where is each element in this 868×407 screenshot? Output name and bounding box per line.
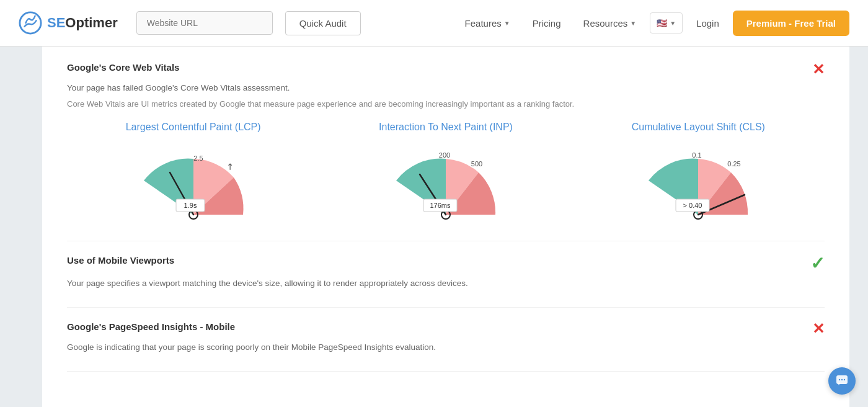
cls-gauge: Cumulative Layout Shift (CLS) 0.1 xyxy=(605,122,791,227)
gauges-row: Largest Contentful Paint (LCP) 2.5 xyxy=(67,122,825,227)
main-nav: Features ▼ Pricing Resources ▼ 🇺🇸 ▼ Logi… xyxy=(456,11,849,36)
chat-button[interactable] xyxy=(828,367,856,395)
svg-text:500: 500 xyxy=(471,160,482,168)
chat-icon xyxy=(835,374,849,388)
main-content: Google's Core Web Vitals ✕ Your page has… xyxy=(42,47,849,407)
section-title-cwv: Google's Core Web Vitals xyxy=(67,62,179,73)
svg-text:0.25: 0.25 xyxy=(728,160,741,168)
ps-description: Google is indicating that your page is s… xyxy=(67,341,825,354)
svg-point-21 xyxy=(841,379,843,380)
login-button[interactable]: Login xyxy=(688,13,728,34)
inp-gauge: Interaction To Next Paint (INP) 200 xyxy=(353,122,539,227)
svg-point-0 xyxy=(20,12,41,34)
page-layout: Google's Core Web Vitals ✕ Your page has… xyxy=(0,47,868,407)
quick-audit-button[interactable]: Quick Audit xyxy=(285,11,361,35)
mv-description: Your page specifies a viewport matching … xyxy=(67,277,825,290)
nav-pricing[interactable]: Pricing xyxy=(524,13,570,34)
section-title-mv: Use of Mobile Viewports xyxy=(67,255,174,266)
section-header: Google's Core Web Vitals ✕ xyxy=(67,62,825,77)
header: SEOptimer Quick Audit Features ▼ Pricing… xyxy=(0,0,868,47)
ps-status-fail-icon: ✕ xyxy=(812,321,825,336)
svg-point-22 xyxy=(844,379,845,380)
flag-dropdown-arrow: ▼ xyxy=(670,20,676,27)
cls-title: Cumulative Layout Shift (CLS) xyxy=(632,122,765,133)
inp-svg: 200 500 176ms xyxy=(378,140,514,227)
cwv-info: Core Web Vitals are UI metrics created b… xyxy=(67,98,825,110)
svg-point-20 xyxy=(839,379,840,380)
inp-gauge-svg-container: 200 500 176ms xyxy=(378,140,514,227)
cwv-description: Your page has failed Google's Core Web V… xyxy=(67,82,825,94)
lcp-title: Largest Contentful Paint (LCP) xyxy=(126,122,261,133)
svg-text:2.5: 2.5 xyxy=(193,154,203,162)
lcp-gauge-svg-container: 2.5 1.9s ↗ xyxy=(125,140,262,227)
svg-text:176ms: 176ms xyxy=(430,202,451,209)
cls-gauge-svg-container: 0.1 0.25 > 0.40 xyxy=(630,140,766,227)
pagespeed-section-header: Google's PageSpeed Insights - Mobile ✕ xyxy=(67,321,825,336)
mv-status-pass-icon: ✓ xyxy=(810,255,825,272)
flag-icon: 🇺🇸 xyxy=(657,18,667,28)
core-web-vitals-section: Google's Core Web Vitals ✕ Your page has… xyxy=(67,62,825,241)
left-sidebar xyxy=(0,47,42,407)
section-title-ps: Google's PageSpeed Insights - Mobile xyxy=(67,321,235,332)
logo-icon xyxy=(19,11,42,35)
language-selector[interactable]: 🇺🇸 ▼ xyxy=(650,12,683,34)
mobile-viewports-section: Use of Mobile Viewports ✓ Your page spec… xyxy=(67,255,825,308)
lcp-gauge: Largest Contentful Paint (LCP) 2.5 xyxy=(100,122,286,227)
url-input[interactable] xyxy=(136,11,273,35)
svg-text:0.1: 0.1 xyxy=(693,151,702,159)
lcp-svg: 2.5 1.9s ↗ xyxy=(125,140,262,227)
right-sidebar xyxy=(849,47,868,407)
cwv-status-fail-icon: ✕ xyxy=(812,62,825,77)
svg-text:200: 200 xyxy=(439,151,450,159)
logo[interactable]: SEOptimer xyxy=(19,11,118,35)
inp-title: Interaction To Next Paint (INP) xyxy=(379,122,513,133)
cls-svg: 0.1 0.25 > 0.40 xyxy=(630,140,766,227)
resources-dropdown-arrow: ▼ xyxy=(630,20,636,27)
nav-resources[interactable]: Resources ▼ xyxy=(575,13,645,34)
svg-text:1.9s: 1.9s xyxy=(184,202,197,209)
logo-text: SEOptimer xyxy=(47,15,118,31)
svg-text:> 0.40: > 0.40 xyxy=(683,202,702,209)
nav-features[interactable]: Features ▼ xyxy=(456,13,519,34)
premium-button[interactable]: Premium - Free Trial xyxy=(733,11,849,36)
pagespeed-mobile-section: Google's PageSpeed Insights - Mobile ✕ G… xyxy=(67,321,825,372)
mobile-section-header: Use of Mobile Viewports ✓ xyxy=(67,255,825,272)
features-dropdown-arrow: ▼ xyxy=(504,20,510,27)
